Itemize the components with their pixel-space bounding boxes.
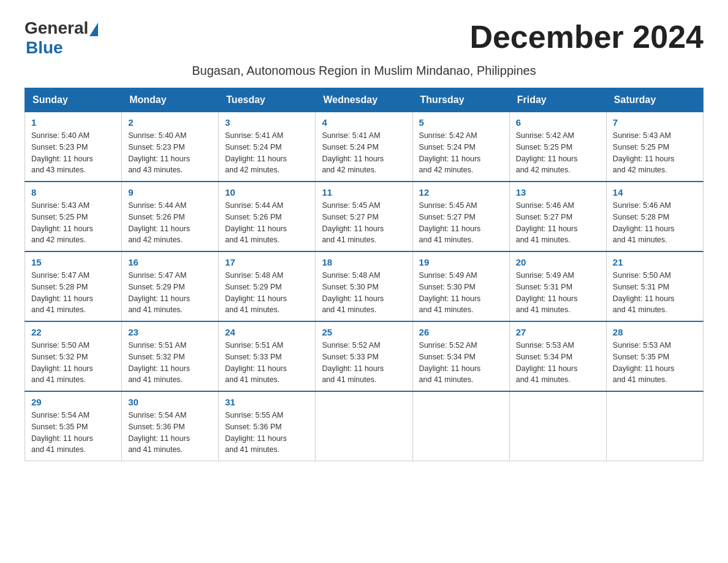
day-info: Sunrise: 5:40 AMSunset: 5:23 PMDaylight:… <box>31 130 115 176</box>
logo-triangle-icon <box>89 23 98 36</box>
day-info: Sunrise: 5:52 AMSunset: 5:33 PMDaylight:… <box>322 340 406 386</box>
day-number: 10 <box>225 187 309 197</box>
day-number: 6 <box>516 117 600 128</box>
calendar-cell: 21Sunrise: 5:50 AMSunset: 5:31 PMDayligh… <box>606 251 703 321</box>
day-number: 18 <box>322 257 406 267</box>
day-number: 13 <box>516 187 600 197</box>
day-number: 29 <box>31 397 115 407</box>
day-info: Sunrise: 5:47 AMSunset: 5:29 PMDaylight:… <box>128 270 212 316</box>
calendar-cell <box>412 391 509 461</box>
calendar-cell: 27Sunrise: 5:53 AMSunset: 5:34 PMDayligh… <box>509 321 606 391</box>
calendar-cell: 6Sunrise: 5:42 AMSunset: 5:25 PMDaylight… <box>509 112 606 182</box>
calendar-cell <box>509 391 606 461</box>
day-info: Sunrise: 5:52 AMSunset: 5:34 PMDaylight:… <box>419 340 503 386</box>
calendar-cell: 3Sunrise: 5:41 AMSunset: 5:24 PMDaylight… <box>219 112 316 182</box>
day-number: 12 <box>419 187 503 197</box>
calendar-header-row: SundayMondayTuesdayWednesdayThursdayFrid… <box>25 88 703 112</box>
location-subtitle: Bugasan, Autonomous Region in Muslim Min… <box>25 64 703 78</box>
calendar-cell: 30Sunrise: 5:54 AMSunset: 5:36 PMDayligh… <box>122 391 219 461</box>
month-title: December 2024 <box>469 18 703 55</box>
calendar-cell: 19Sunrise: 5:49 AMSunset: 5:30 PMDayligh… <box>412 251 509 321</box>
day-info: Sunrise: 5:44 AMSunset: 5:26 PMDaylight:… <box>128 200 212 246</box>
calendar-cell: 7Sunrise: 5:43 AMSunset: 5:25 PMDaylight… <box>606 112 703 182</box>
day-number: 20 <box>516 257 600 267</box>
day-number: 19 <box>419 257 503 267</box>
day-number: 23 <box>128 327 212 337</box>
day-number: 2 <box>128 117 212 128</box>
day-number: 11 <box>322 187 406 197</box>
calendar-week-row: 22Sunrise: 5:50 AMSunset: 5:32 PMDayligh… <box>25 321 703 391</box>
calendar-cell: 18Sunrise: 5:48 AMSunset: 5:30 PMDayligh… <box>316 251 412 321</box>
day-number: 7 <box>613 117 697 128</box>
day-info: Sunrise: 5:51 AMSunset: 5:33 PMDaylight:… <box>225 340 309 386</box>
calendar-cell: 20Sunrise: 5:49 AMSunset: 5:31 PMDayligh… <box>509 251 606 321</box>
day-number: 14 <box>613 187 697 197</box>
calendar-week-row: 8Sunrise: 5:43 AMSunset: 5:25 PMDaylight… <box>25 182 703 251</box>
calendar-week-row: 1Sunrise: 5:40 AMSunset: 5:23 PMDaylight… <box>25 112 703 182</box>
day-info: Sunrise: 5:46 AMSunset: 5:27 PMDaylight:… <box>516 200 600 246</box>
day-number: 15 <box>31 257 115 267</box>
calendar-cell: 28Sunrise: 5:53 AMSunset: 5:35 PMDayligh… <box>606 321 703 391</box>
day-info: Sunrise: 5:41 AMSunset: 5:24 PMDaylight:… <box>322 130 406 176</box>
calendar-header-saturday: Saturday <box>606 88 703 112</box>
day-info: Sunrise: 5:41 AMSunset: 5:24 PMDaylight:… <box>225 130 309 176</box>
day-info: Sunrise: 5:54 AMSunset: 5:35 PMDaylight:… <box>31 410 115 456</box>
logo-general-text: General <box>25 18 88 38</box>
calendar-cell: 14Sunrise: 5:46 AMSunset: 5:28 PMDayligh… <box>606 182 703 251</box>
day-info: Sunrise: 5:45 AMSunset: 5:27 PMDaylight:… <box>419 200 503 246</box>
calendar-week-row: 15Sunrise: 5:47 AMSunset: 5:28 PMDayligh… <box>25 251 703 321</box>
day-info: Sunrise: 5:40 AMSunset: 5:23 PMDaylight:… <box>128 130 212 176</box>
day-info: Sunrise: 5:48 AMSunset: 5:30 PMDaylight:… <box>322 270 406 316</box>
calendar-cell: 12Sunrise: 5:45 AMSunset: 5:27 PMDayligh… <box>412 182 509 251</box>
calendar-cell <box>606 391 703 461</box>
day-number: 27 <box>516 327 600 337</box>
day-info: Sunrise: 5:48 AMSunset: 5:29 PMDaylight:… <box>225 270 309 316</box>
page-header: General Blue December 2024 <box>25 18 703 58</box>
calendar-cell: 4Sunrise: 5:41 AMSunset: 5:24 PMDaylight… <box>316 112 412 182</box>
day-info: Sunrise: 5:51 AMSunset: 5:32 PMDaylight:… <box>128 340 212 386</box>
logo: General Blue <box>25 18 98 58</box>
calendar-header-wednesday: Wednesday <box>316 88 412 112</box>
calendar-cell: 17Sunrise: 5:48 AMSunset: 5:29 PMDayligh… <box>219 251 316 321</box>
calendar-cell: 15Sunrise: 5:47 AMSunset: 5:28 PMDayligh… <box>25 251 122 321</box>
day-info: Sunrise: 5:49 AMSunset: 5:31 PMDaylight:… <box>516 270 600 316</box>
calendar-cell: 29Sunrise: 5:54 AMSunset: 5:35 PMDayligh… <box>25 391 122 461</box>
calendar-cell: 1Sunrise: 5:40 AMSunset: 5:23 PMDaylight… <box>25 112 122 182</box>
calendar-cell: 10Sunrise: 5:44 AMSunset: 5:26 PMDayligh… <box>219 182 316 251</box>
day-info: Sunrise: 5:43 AMSunset: 5:25 PMDaylight:… <box>613 130 697 176</box>
calendar-cell <box>316 391 412 461</box>
calendar-cell: 24Sunrise: 5:51 AMSunset: 5:33 PMDayligh… <box>219 321 316 391</box>
calendar-cell: 5Sunrise: 5:42 AMSunset: 5:24 PMDaylight… <box>412 112 509 182</box>
calendar-cell: 8Sunrise: 5:43 AMSunset: 5:25 PMDaylight… <box>25 182 122 251</box>
calendar-cell: 22Sunrise: 5:50 AMSunset: 5:32 PMDayligh… <box>25 321 122 391</box>
day-info: Sunrise: 5:42 AMSunset: 5:25 PMDaylight:… <box>516 130 600 176</box>
day-info: Sunrise: 5:45 AMSunset: 5:27 PMDaylight:… <box>322 200 406 246</box>
day-number: 9 <box>128 187 212 197</box>
day-number: 31 <box>225 397 309 407</box>
day-number: 5 <box>419 117 503 128</box>
calendar-header-tuesday: Tuesday <box>219 88 316 112</box>
day-info: Sunrise: 5:43 AMSunset: 5:25 PMDaylight:… <box>31 200 115 246</box>
calendar-header-thursday: Thursday <box>412 88 509 112</box>
calendar-cell: 2Sunrise: 5:40 AMSunset: 5:23 PMDaylight… <box>122 112 219 182</box>
day-info: Sunrise: 5:49 AMSunset: 5:30 PMDaylight:… <box>419 270 503 316</box>
calendar-week-row: 29Sunrise: 5:54 AMSunset: 5:35 PMDayligh… <box>25 391 703 461</box>
calendar-cell: 16Sunrise: 5:47 AMSunset: 5:29 PMDayligh… <box>122 251 219 321</box>
day-info: Sunrise: 5:53 AMSunset: 5:35 PMDaylight:… <box>613 340 697 386</box>
calendar-cell: 23Sunrise: 5:51 AMSunset: 5:32 PMDayligh… <box>122 321 219 391</box>
day-info: Sunrise: 5:46 AMSunset: 5:28 PMDaylight:… <box>613 200 697 246</box>
day-info: Sunrise: 5:50 AMSunset: 5:32 PMDaylight:… <box>31 340 115 386</box>
day-number: 26 <box>419 327 503 337</box>
calendar-header-monday: Monday <box>122 88 219 112</box>
calendar-cell: 26Sunrise: 5:52 AMSunset: 5:34 PMDayligh… <box>412 321 509 391</box>
day-number: 24 <box>225 327 309 337</box>
day-info: Sunrise: 5:50 AMSunset: 5:31 PMDaylight:… <box>613 270 697 316</box>
calendar-cell: 9Sunrise: 5:44 AMSunset: 5:26 PMDaylight… <box>122 182 219 251</box>
calendar-table: SundayMondayTuesdayWednesdayThursdayFrid… <box>25 88 703 461</box>
day-number: 16 <box>128 257 212 267</box>
day-number: 3 <box>225 117 309 128</box>
calendar-cell: 31Sunrise: 5:55 AMSunset: 5:36 PMDayligh… <box>219 391 316 461</box>
day-number: 21 <box>613 257 697 267</box>
calendar-cell: 25Sunrise: 5:52 AMSunset: 5:33 PMDayligh… <box>316 321 412 391</box>
calendar-cell: 11Sunrise: 5:45 AMSunset: 5:27 PMDayligh… <box>316 182 412 251</box>
